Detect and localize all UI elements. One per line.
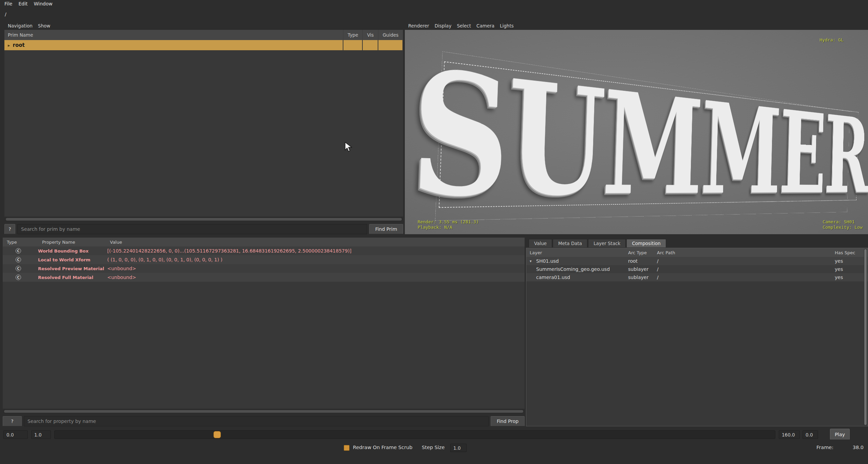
property-name: Resolved Preview Material — [38, 266, 106, 271]
hud-camera-info: Camera: SH01 Complexity: Low — [823, 219, 863, 230]
property-help-button[interactable]: ? — [3, 416, 22, 426]
expand-arrow-icon[interactable]: ▸ — [8, 43, 10, 48]
column-prop-value[interactable]: Value — [106, 240, 525, 245]
collapse-arrow-icon[interactable]: ▾ — [530, 259, 534, 263]
tree-row-root-name[interactable]: ▸ root — [4, 40, 343, 50]
column-prop-type[interactable]: Type — [3, 240, 38, 245]
hud-stats: Render: 3.55 ms (281.3) Playback: N/A — [418, 219, 479, 230]
menu-navigation[interactable]: Navigation — [5, 23, 35, 29]
property-table-header: Type Property Name Value — [3, 238, 525, 246]
property-row[interactable]: C Local to World Xform ( (1, 0, 0, 0), (… — [3, 255, 525, 264]
viewport-canvas[interactable]: SUMMER Hydra: GL Render: 3.55 ms (281.3)… — [405, 30, 868, 234]
property-name: Resolved Full Material — [38, 275, 106, 280]
range-start-field[interactable]: 0.0 — [3, 430, 28, 439]
scene-geometry-text[interactable]: SUMMER — [407, 46, 868, 220]
prim-scrollbar-thumb[interactable] — [6, 218, 402, 221]
property-value: <unbound> — [106, 275, 525, 280]
layer-row[interactable]: SummerIsComing_geo.geo.usd sublayer / ye… — [526, 265, 868, 273]
column-layer[interactable]: Layer — [526, 250, 625, 255]
tree-root-vis-cell[interactable] — [363, 40, 378, 50]
prim-search-row: ? Find Prim — [4, 224, 403, 234]
tab-composition[interactable]: Composition — [626, 239, 666, 248]
has-spec-cell: yes — [831, 258, 868, 264]
prim-tree: ▸ root — [4, 40, 403, 217]
column-arc-path[interactable]: Arc Path — [654, 250, 831, 255]
prim-horizontal-scrollbar[interactable] — [5, 217, 402, 221]
column-guides[interactable]: Guides — [378, 30, 403, 40]
redraw-checkbox[interactable] — [344, 445, 350, 451]
find-prim-button[interactable]: Find Prim — [369, 224, 403, 234]
arc-path-cell: / — [654, 275, 831, 280]
column-arc-type[interactable]: Arc Type — [625, 250, 654, 255]
has-spec-cell: yes — [831, 275, 868, 280]
inspector-tabs: Value Meta Data Layer Stack Composition — [526, 238, 868, 248]
has-spec-cell: yes — [831, 266, 868, 272]
column-has-spec[interactable]: Has Spec — [831, 250, 868, 255]
tree-root-guides-cell[interactable] — [378, 40, 403, 50]
arc-path-cell: / — [654, 266, 831, 272]
property-search-input[interactable] — [24, 416, 489, 426]
menubar: File Edit Window — [0, 0, 868, 7]
playback-controls: Redraw On Frame Scrub Step Size 1.0 Fram… — [0, 443, 868, 453]
frame-value-field[interactable]: 38.0 — [838, 445, 864, 450]
find-prop-button[interactable]: Find Prop — [491, 416, 525, 426]
redraw-label: Redraw On Frame Scrub — [353, 445, 412, 450]
prim-help-button[interactable]: ? — [4, 224, 15, 234]
layer-name: camera01.usd — [536, 275, 570, 280]
column-type[interactable]: Type — [343, 30, 363, 40]
menu-window[interactable]: Window — [31, 1, 56, 6]
inspector-scrollbar-thumb[interactable] — [864, 249, 867, 425]
menu-show[interactable]: Show — [35, 23, 53, 29]
menu-camera[interactable]: Camera — [474, 23, 497, 29]
menu-file[interactable]: File — [1, 1, 15, 6]
range-step-field[interactable]: 1.0 — [31, 430, 51, 439]
property-row[interactable]: C World Bounding Box [(-105.224014282226… — [3, 246, 525, 255]
menu-lights[interactable]: Lights — [497, 23, 516, 29]
layer-row[interactable]: camera01.usd sublayer / yes — [526, 273, 868, 281]
play-button[interactable]: Play — [830, 429, 850, 440]
viewport-menu-row: Renderer Display Select Camera Lights — [405, 22, 868, 30]
frame-slider[interactable] — [54, 430, 775, 439]
inspector-vertical-scrollbar[interactable] — [864, 249, 867, 425]
frame-slider-handle[interactable] — [213, 431, 221, 438]
tree-root-type-cell[interactable] — [343, 40, 363, 50]
column-prop-name[interactable]: Property Name — [38, 240, 106, 245]
property-row[interactable]: C Resolved Preview Material <unbound> — [3, 264, 525, 273]
range-end2-field[interactable]: 0.0 — [803, 430, 818, 439]
property-scrollbar-thumb[interactable] — [4, 410, 523, 413]
hud-playback: Playback: N/A — [418, 225, 479, 230]
attribute-type-icon: C — [16, 257, 21, 262]
arc-type-cell: root — [625, 258, 654, 264]
property-row[interactable]: C Resolved Full Material <unbound> — [3, 273, 525, 282]
layer-row[interactable]: ▾SH01.usd root / yes — [526, 257, 868, 265]
menu-display[interactable]: Display — [432, 23, 454, 29]
hud-renderer: Hydra: GL — [820, 37, 844, 43]
tab-layer-stack[interactable]: Layer Stack — [588, 239, 626, 248]
property-value: [(-105.22401428222656, 0, 0)…(105.511672… — [106, 248, 525, 254]
arc-path-cell: / — [654, 258, 831, 264]
column-prim-name[interactable]: Prim Name — [4, 30, 343, 40]
selection-bounding-box: SUMMER — [439, 61, 858, 208]
menu-edit[interactable]: Edit — [15, 1, 31, 6]
prim-tree-header: Prim Name Type Vis Guides — [4, 30, 403, 40]
column-vis[interactable]: Vis — [363, 30, 378, 40]
prim-path-bar[interactable]: / — [3, 10, 865, 18]
menu-select[interactable]: Select — [454, 23, 474, 29]
cursor-icon — [345, 142, 352, 153]
inspector-panel: Value Meta Data Layer Stack Composition … — [526, 238, 868, 426]
tab-value[interactable]: Value — [529, 239, 552, 248]
property-name: Local to World Xform — [38, 257, 106, 262]
browser-menu-row: Navigation Show — [4, 22, 403, 30]
layer-table-header: Layer Arc Type Arc Path Has Spec — [526, 248, 868, 257]
menu-renderer[interactable]: Renderer — [405, 23, 432, 29]
property-value: ( (1, 0, 0, 0), (0, 1, 0, 0), (0, 0, 1, … — [106, 257, 525, 262]
tab-meta-data[interactable]: Meta Data — [553, 239, 587, 248]
property-search-row: ? Find Prop — [3, 416, 525, 426]
tree-row-root[interactable]: ▸ root — [4, 40, 403, 50]
range-end-field[interactable]: 160.0 — [779, 430, 800, 439]
property-horizontal-scrollbar[interactable] — [3, 409, 524, 413]
step-size-field[interactable]: 1.0 — [450, 444, 467, 452]
usdview-window: File Edit Window / Navigation Show Prim … — [0, 0, 868, 464]
attribute-type-icon: C — [16, 266, 21, 271]
prim-search-input[interactable] — [17, 224, 367, 234]
